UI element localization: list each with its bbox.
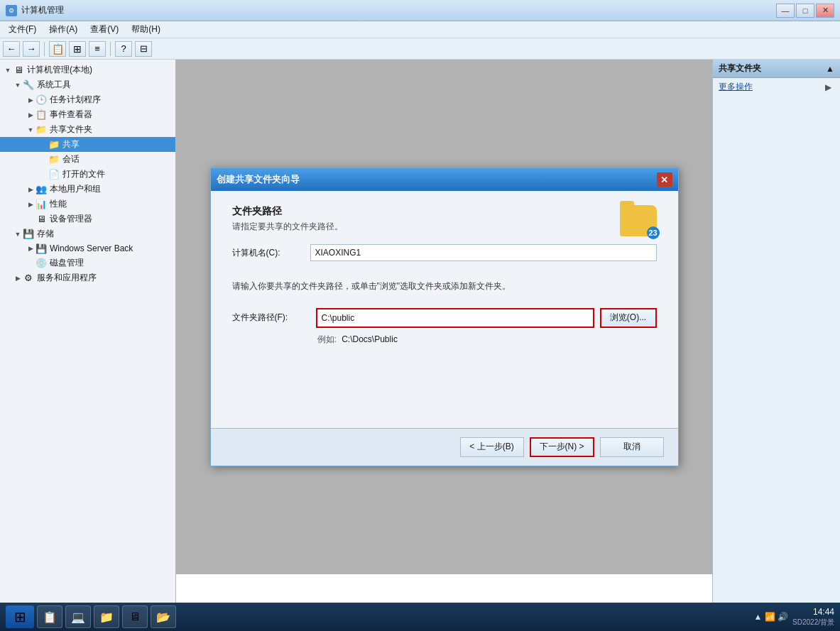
label-services: 服务和应用程序 [37, 272, 97, 284]
icon-openfiles: 📄 [48, 169, 60, 180]
dialog-close-button[interactable]: ✕ [657, 172, 672, 187]
label-sharedfolders: 共享文件夹 [50, 124, 92, 136]
menu-view[interactable]: 查看(V) [84, 22, 124, 37]
window-controls: — □ ✕ [776, 4, 834, 18]
tree-item-scheduler[interactable]: ▶ 🕒 任务计划程序 [0, 92, 175, 107]
toolbar-btn-grid[interactable]: ⊞ [69, 41, 86, 57]
toolbar-btn-help[interactable]: ? [115, 41, 132, 57]
dialog-body: 23 文件夹路径 请指定要共享的文件夹路径。 计算机名(C): 请输入你要共享的… [211, 191, 678, 427]
taskbar-date: SD2022/背景 [792, 618, 834, 627]
back-button[interactable]: < 上一步(B) [460, 437, 524, 457]
folder-large-icon: 23 [620, 205, 657, 236]
icon-sharedfolders: 📁 [36, 124, 47, 136]
dialog-title-bar: 创建共享文件夹向导 ✕ [211, 168, 678, 191]
menu-help[interactable]: 帮助(H) [126, 22, 166, 37]
expand-eventviewer: ▶ [26, 110, 36, 120]
right-panel-title: 共享文件夹 [719, 62, 761, 75]
tree-item-localusers[interactable]: ▶ 👥 本地用户和组 [0, 182, 175, 197]
spacer-1 [232, 270, 657, 280]
icon-devmanager: 🖥 [36, 214, 47, 225]
main-area: ▼ 🖥 计算机管理(本地) ▼ 🔧 系统工具 ▶ 🕒 任务计划程序 ▶ 📋 事件… [0, 60, 840, 603]
taskbar-clock[interactable]: 14:44 SD2022/背景 [792, 607, 834, 627]
icon-sessions: 📁 [48, 154, 60, 165]
computer-label: 计算机名(C): [232, 247, 310, 259]
start-button[interactable]: ⊞ [6, 605, 34, 628]
expand-sessions [38, 155, 48, 165]
toolbar-separator-1 [44, 42, 45, 56]
icon-diskmanager: 💿 [36, 258, 47, 269]
expand-diskmanager [26, 258, 36, 268]
taskbar-app-3[interactable]: 🖥 [122, 605, 148, 628]
icon-root: 🖥 [13, 65, 24, 76]
example-value: C:\Docs\Public [342, 334, 398, 344]
taskbar-app-4[interactable]: 📂 [151, 605, 176, 628]
next-button[interactable]: 下一步(N) > [530, 437, 594, 457]
label-shares: 共享 [62, 138, 80, 150]
tree-item-openfiles[interactable]: 📄 打开的文件 [0, 167, 175, 182]
tree-item-winsrvback[interactable]: ▶ 💾 Windows Server Back [0, 241, 175, 256]
icon-systools: 🔧 [23, 79, 34, 91]
taskbar-app-2[interactable]: 📁 [94, 605, 119, 628]
label-scheduler: 任务计划程序 [50, 94, 101, 106]
title-bar-left: ⚙ 计算机管理 [6, 4, 64, 16]
icon-scheduler: 🕒 [36, 94, 47, 106]
path-row: 文件夹路径(F): 浏览(O)... [232, 308, 657, 328]
toolbar-btn-list[interactable]: ≡ [89, 41, 106, 57]
more-actions-label[interactable]: 更多操作 [719, 81, 822, 93]
app-icon: ⚙ [6, 5, 17, 16]
toolbar: ← → 📋 ⊞ ≡ ? ⊟ [0, 38, 840, 60]
window-title: 计算机管理 [21, 4, 64, 16]
tree-item-storage[interactable]: ▼ 💾 存储 [0, 226, 175, 241]
icon-winsrvback: 💾 [36, 243, 47, 254]
expand-localusers: ▶ [26, 185, 36, 194]
toolbar-btn-copy[interactable]: 📋 [49, 41, 66, 57]
right-panel-expand-icon[interactable]: ▲ [826, 64, 834, 74]
label-root: 计算机管理(本地) [27, 64, 92, 76]
expand-shares [38, 140, 48, 150]
expand-performance: ▶ [26, 199, 36, 209]
computer-name-input[interactable] [310, 244, 657, 261]
center-panel: 创建共享文件夹向导 ✕ 23 文件夹路径 请指定要共享的文件夹路径。 [176, 60, 712, 603]
browse-button[interactable]: 浏览(O)... [600, 308, 657, 328]
tree-item-sessions[interactable]: 📁 会话 [0, 152, 175, 167]
tree-item-eventviewer[interactable]: ▶ 📋 事件查看器 [0, 107, 175, 122]
forward-button[interactable]: → [23, 41, 40, 57]
label-sessions: 会话 [62, 153, 80, 165]
menu-file[interactable]: 文件(F) [3, 22, 42, 37]
example-row: 例如: C:\Docs\Public [317, 334, 657, 346]
expand-systools: ▼ [13, 80, 23, 90]
folder-path-input[interactable] [316, 308, 594, 328]
icon-localusers: 👥 [36, 184, 47, 195]
tree-item-devmanager[interactable]: 🖥 设备管理器 [0, 212, 175, 226]
folder-icon-area: 23 [620, 205, 657, 236]
label-winsrvback: Windows Server Back [50, 243, 133, 253]
label-systools: 系统工具 [37, 79, 71, 91]
icon-performance: 📊 [36, 199, 47, 210]
label-openfiles: 打开的文件 [62, 168, 105, 180]
toolbar-separator-2 [110, 42, 111, 56]
back-button[interactable]: ← [3, 41, 20, 57]
expand-storage: ▼ [13, 229, 23, 239]
cancel-button[interactable]: 取消 [600, 437, 664, 457]
tree-item-root[interactable]: ▼ 🖥 计算机管理(本地) [0, 62, 175, 77]
expand-devmanager [26, 214, 36, 224]
taskbar-app-1[interactable]: 💻 [65, 605, 91, 628]
tree-item-systools[interactable]: ▼ 🔧 系统工具 [0, 77, 175, 92]
taskbar: ⊞ 📋 💻 📁 🖥 📂 ▲ 📶 🔊 14:44 SD2022/背景 [0, 603, 840, 631]
right-panel: 共享文件夹 ▲ 更多操作 ▶ [712, 60, 840, 603]
menu-action[interactable]: 操作(A) [43, 22, 83, 37]
tree-item-shares[interactable]: 📁 共享 [0, 137, 175, 152]
close-button[interactable]: ✕ [816, 4, 834, 18]
maximize-button[interactable]: □ [796, 4, 814, 18]
label-performance: 性能 [50, 198, 67, 210]
computer-name-row: 计算机名(C): [232, 244, 657, 261]
tree-item-performance[interactable]: ▶ 📊 性能 [0, 197, 175, 212]
tree-item-sharedfolders[interactable]: ▼ 📁 共享文件夹 [0, 122, 175, 137]
toolbar-btn-console[interactable]: ⊟ [135, 41, 152, 57]
tree-item-services[interactable]: ▶ ⚙ 服务和应用程序 [0, 270, 175, 285]
menu-bar: 文件(F) 操作(A) 查看(V) 帮助(H) [0, 21, 840, 38]
tree-item-diskmanager[interactable]: 💿 磁盘管理 [0, 256, 175, 270]
taskbar-app-0[interactable]: 📋 [37, 605, 62, 628]
minimize-button[interactable]: — [776, 4, 795, 18]
label-storage: 存储 [37, 228, 54, 240]
